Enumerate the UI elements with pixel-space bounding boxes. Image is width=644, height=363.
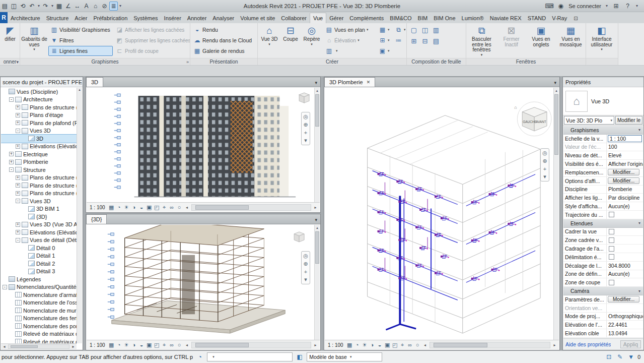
- tree-expander-icon[interactable]: [22, 269, 27, 274]
- reveal-hidden-elements-icon[interactable]: ○: [176, 342, 183, 348]
- vertical-scrollbar[interactable]: ▴: [314, 225, 320, 340]
- property-value[interactable]: [609, 237, 614, 243]
- legends-button[interactable]: ▣ ▾: [377, 46, 392, 56]
- navbar-options-icon[interactable]: ▾: [543, 173, 546, 180]
- panel-label-selectionner[interactable]: onner ▾: [0, 58, 20, 66]
- undo-icon[interactable]: ↶: [28, 2, 36, 11]
- tree-expander-icon[interactable]: +: [16, 191, 20, 196]
- scale-button[interactable]: 1 : 100: [326, 342, 345, 348]
- tree-item[interactable]: + Plans d'étage: [1, 111, 77, 119]
- render-icon[interactable]: ◒: [376, 342, 384, 348]
- tab-strip-menu-icon[interactable]: ▾: [554, 80, 559, 87]
- scope-box-button[interactable]: ⊞ ▾: [377, 35, 392, 45]
- property-row[interactable]: Zone cadrée v...: [563, 236, 643, 245]
- tree-item[interactable]: Vues (Discipline): [1, 88, 77, 96]
- navigation-bar[interactable]: ◎⊕+▾: [301, 112, 310, 145]
- tree-expander-icon[interactable]: [3, 277, 7, 281]
- exclude-options-icon[interactable]: ⊡: [604, 353, 613, 360]
- tree-item[interactable]: Nomenclature des fenêtres: [1, 315, 77, 323]
- project-browser-header[interactable]: scence du projet - PROJET PFE ✕: [1, 77, 83, 87]
- horizontal-scrollbar[interactable]: [191, 342, 311, 348]
- scrollbar-thumb[interactable]: [195, 205, 249, 210]
- scrollbar-thumb[interactable]: [315, 94, 319, 127]
- ribbon-tab[interactable]: Architecture: [8, 13, 43, 23]
- place-view-icon[interactable]: ◫: [420, 25, 430, 35]
- property-row[interactable]: Style d'afficha... Aucun(e): [563, 202, 643, 211]
- ribbon-display-toggle-icon[interactable]: ⊡: [572, 14, 579, 23]
- zoom-icon[interactable]: ⊕: [303, 122, 308, 128]
- property-row[interactable]: Options d'affi... Modifier...: [563, 177, 643, 186]
- detail-level-icon[interactable]: ▦: [108, 204, 115, 211]
- app-store-icon[interactable]: ⊞: [612, 2, 620, 11]
- property-row[interactable]: Décalage de l... 304.8000: [563, 262, 643, 270]
- tree-expander-icon[interactable]: [22, 136, 27, 141]
- tree-item[interactable]: Détail 2: [1, 260, 77, 268]
- unlock-view-icon[interactable]: ⌖: [399, 342, 406, 348]
- ribbon-tab[interactable]: Préfabrication: [90, 13, 130, 23]
- tree-item[interactable]: Nomenclature des portes: [1, 322, 77, 330]
- tree-item[interactable]: Relevé de matériaux d'escalier: [1, 330, 77, 338]
- scrollbar-thumb[interactable]: [434, 343, 487, 347]
- render-icon[interactable]: ◒: [138, 204, 146, 211]
- viewport-3d-plomberie[interactable]: GAUCHE AVANT ⌂ ◎⊕+▾: [325, 88, 553, 340]
- edit-type-button[interactable]: Modifier le: [615, 116, 642, 125]
- help-caret-icon[interactable]: ▾: [635, 2, 639, 11]
- measure-icon[interactable]: ∠: [64, 2, 73, 11]
- property-row[interactable]: Zone de coupe: [563, 278, 643, 287]
- property-row[interactable]: Remplacemen... Modifier...: [563, 168, 643, 177]
- callout-button[interactable]: ◎ Repère ▾: [301, 24, 322, 46]
- tree-expander-icon[interactable]: [9, 316, 14, 321]
- scroll-left-icon[interactable]: ◂: [422, 343, 428, 347]
- tree-expander-icon[interactable]: +: [16, 183, 20, 188]
- filters-button[interactable]: ▼ Filtres: [48, 35, 113, 45]
- view-3d-button[interactable]: ⌂ Vue 3D ▾: [259, 24, 280, 46]
- scrollbar-thumb[interactable]: [11, 345, 38, 348]
- property-value[interactable]: Plomberie: [607, 186, 643, 194]
- tree-item[interactable]: 3D: [1, 135, 77, 143]
- tree-item[interactable]: Détail 1: [1, 252, 77, 260]
- scroll-left-icon[interactable]: ◂: [184, 343, 190, 347]
- visibility-graphics-button[interactable]: ▥ Visibilité/ Graphismes: [48, 25, 113, 35]
- user-icon[interactable]: ◉: [556, 2, 565, 11]
- remove-hidden-lines-button[interactable]: ◩ Supprimer les lignes cachées: [114, 35, 189, 45]
- mini-view-cube[interactable]: [299, 93, 309, 103]
- switch-windows-button[interactable]: ⧉ Basculer entre les fenêtres ▾: [467, 24, 496, 57]
- viewcube-home-icon[interactable]: ⌂: [514, 105, 517, 110]
- property-row[interactable]: Elévation de l'... 22.4461: [563, 321, 643, 329]
- guide-grid-icon[interactable]: ⊟: [420, 36, 430, 46]
- tree-expander-icon[interactable]: +: [16, 120, 20, 125]
- tree-expander-icon[interactable]: [9, 292, 14, 297]
- property-row[interactable]: Paramètres de... Modifier...: [563, 295, 643, 304]
- ribbon-tab[interactable]: Acier: [71, 13, 90, 23]
- tree-expander-icon[interactable]: -: [16, 199, 20, 203]
- render-icon[interactable]: ◒: [138, 342, 146, 348]
- property-value[interactable]: Elevé: [607, 151, 643, 159]
- apply-button[interactable]: Appliq: [620, 340, 641, 348]
- property-row[interactable]: Cadrer la vue: [563, 228, 643, 236]
- tree-expander-icon[interactable]: -: [9, 97, 14, 102]
- drafting-view-button[interactable]: ▥ ▾: [323, 46, 376, 56]
- close-view-icon[interactable]: ✕: [367, 80, 371, 85]
- scrollbar-thumb[interactable]: [315, 231, 319, 264]
- panel-label-presentation[interactable]: Présentation: [190, 58, 257, 66]
- browser-vertical-scrollbar[interactable]: ▴: [77, 88, 82, 343]
- ribbon-tab[interactable]: Gérer: [326, 13, 346, 23]
- show-crop-region-icon[interactable]: ◰: [391, 342, 399, 348]
- property-value[interactable]: 13.0494: [607, 329, 643, 337]
- save-icon[interactable]: ◫: [10, 2, 18, 11]
- tree-expander-icon[interactable]: -: [16, 238, 20, 243]
- tree-item[interactable]: - Structure: [1, 166, 77, 174]
- tree-expander-icon[interactable]: [3, 89, 7, 94]
- undo-dropdown-icon[interactable]: ▾: [37, 2, 41, 11]
- scroll-right-icon[interactable]: ▸: [312, 343, 319, 347]
- tree-expander-icon[interactable]: [22, 246, 27, 250]
- tree-expander-icon[interactable]: +: [9, 160, 14, 164]
- signin-caret-icon[interactable]: ▾: [605, 2, 609, 11]
- shadows-icon[interactable]: ◑: [130, 342, 138, 348]
- pan-icon[interactable]: +: [304, 130, 307, 136]
- mini-view-cube[interactable]: [294, 232, 304, 242]
- view-templates-button[interactable]: ▥ Gabarits de vues ▾: [21, 24, 47, 51]
- sun-path-icon[interactable]: ☀: [361, 342, 369, 348]
- insert-views-button[interactable]: ≔: [393, 35, 406, 45]
- scrollbar-thumb[interactable]: [77, 92, 82, 183]
